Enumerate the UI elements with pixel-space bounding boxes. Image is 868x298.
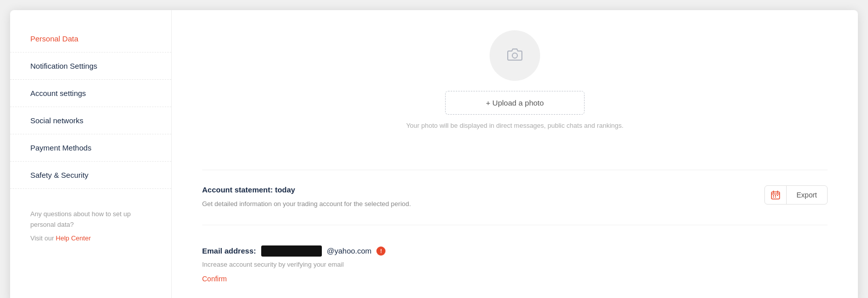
app-window: Personal DataNotification SettingsAccoun…	[10, 10, 858, 298]
calendar-icon	[765, 186, 787, 204]
statement-info: Account statement: today Get detailed in…	[202, 185, 411, 210]
statement-title: Account statement: today	[202, 185, 411, 194]
svg-rect-9	[775, 196, 776, 197]
sidebar-item-personal-data[interactable]: Personal Data	[10, 25, 171, 53]
photo-hint-text: Your photo will be displayed in direct m…	[406, 122, 623, 129]
svg-rect-7	[777, 195, 778, 196]
email-section: Email address: @yahoo.com ! Increase acc…	[202, 240, 828, 283]
sidebar-footer: Any questions about how to set up person…	[10, 189, 171, 254]
upload-photo-button[interactable]: + Upload a photo	[445, 91, 585, 115]
sidebar-item-safety-security[interactable]: Safety & Security	[10, 162, 171, 189]
photo-section: + Upload a photo Your photo will be disp…	[202, 30, 828, 150]
avatar-placeholder	[490, 30, 540, 81]
email-verify-hint: Increase account security by verifying y…	[202, 261, 828, 268]
account-statement-section: Account statement: today Get detailed in…	[202, 170, 828, 225]
sidebar-item-social-networks[interactable]: Social networks	[10, 107, 171, 134]
sidebar-help-question: Any questions about how to set up person…	[30, 209, 151, 230]
email-domain: @yahoo.com	[327, 246, 372, 255]
svg-point-0	[512, 53, 517, 58]
export-button[interactable]: Export	[764, 185, 828, 205]
svg-rect-6	[775, 195, 776, 196]
sidebar: Personal DataNotification SettingsAccoun…	[10, 10, 172, 298]
export-label: Export	[787, 186, 827, 204]
warning-icon: !	[376, 246, 385, 256]
help-center-link[interactable]: Help Center	[56, 234, 90, 242]
svg-rect-8	[773, 196, 774, 197]
camera-icon	[507, 47, 523, 65]
sidebar-visit-text: Visit our	[30, 234, 56, 242]
sidebar-item-payment-methods[interactable]: Payment Methods	[10, 134, 171, 162]
svg-rect-5	[773, 195, 774, 196]
email-label: Email address:	[202, 246, 256, 255]
sidebar-item-notification-settings[interactable]: Notification Settings	[10, 53, 171, 80]
main-content: + Upload a photo Your photo will be disp…	[172, 10, 858, 298]
email-row: Email address: @yahoo.com !	[202, 245, 828, 257]
confirm-link[interactable]: Confirm	[202, 275, 227, 283]
statement-description: Get detailed information on your trading…	[202, 199, 411, 210]
sidebar-item-account-settings[interactable]: Account settings	[10, 80, 171, 107]
email-redacted	[261, 245, 322, 257]
